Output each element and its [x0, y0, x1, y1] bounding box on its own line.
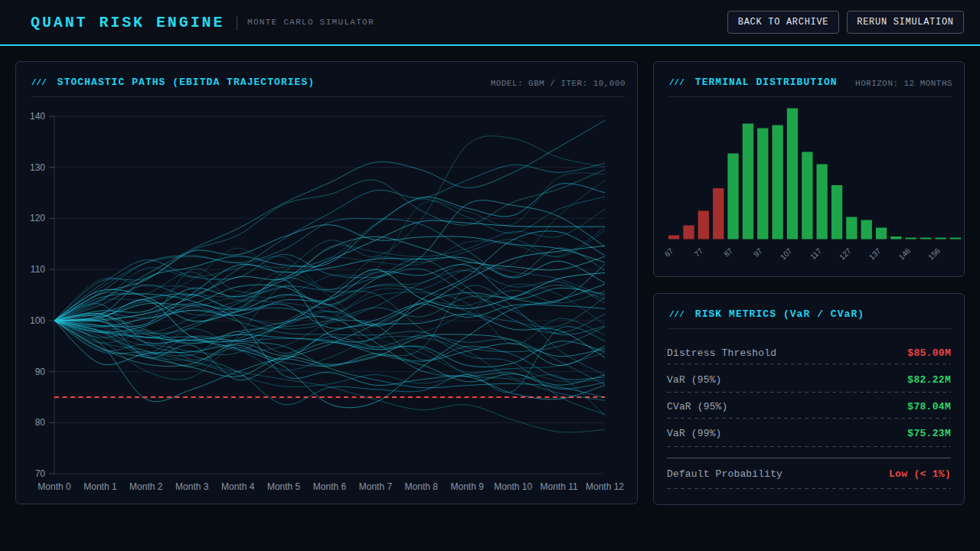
svg-text:67: 67: [663, 246, 675, 259]
svg-text:97: 97: [752, 246, 764, 259]
svg-text:Month 10: Month 10: [494, 481, 532, 492]
svg-text:130: 130: [30, 162, 45, 173]
svg-text:146: 146: [897, 246, 913, 262]
svg-text:77: 77: [693, 246, 705, 259]
svg-text:117: 117: [808, 246, 823, 261]
svg-text:Month 5: Month 5: [267, 481, 301, 492]
svg-text:127: 127: [838, 246, 853, 262]
svg-text:110: 110: [31, 264, 45, 275]
svg-text:107: 107: [779, 246, 794, 262]
svg-text:137: 137: [867, 246, 883, 262]
svg-text:Month 2: Month 2: [129, 481, 163, 492]
svg-text:Month 6: Month 6: [313, 481, 347, 492]
svg-text:87: 87: [722, 246, 734, 259]
svg-text:70: 70: [35, 468, 46, 479]
svg-text:Month 7: Month 7: [359, 481, 393, 492]
svg-text:Month 3: Month 3: [175, 481, 209, 492]
svg-text:Month 4: Month 4: [221, 481, 255, 492]
svg-text:156: 156: [926, 246, 942, 262]
svg-text:100: 100: [30, 315, 45, 326]
svg-text:120: 120: [30, 213, 45, 223]
svg-text:Month 1: Month 1: [83, 481, 117, 492]
svg-text:Month 9: Month 9: [451, 481, 485, 492]
svg-text:80: 80: [35, 417, 46, 428]
svg-text:Month 12: Month 12: [586, 481, 624, 492]
svg-text:Month 8: Month 8: [405, 481, 439, 492]
svg-text:140: 140: [30, 111, 45, 122]
svg-text:Month 11: Month 11: [541, 481, 578, 492]
svg-text:Month 0: Month 0: [38, 481, 71, 492]
svg-text:90: 90: [35, 367, 46, 377]
